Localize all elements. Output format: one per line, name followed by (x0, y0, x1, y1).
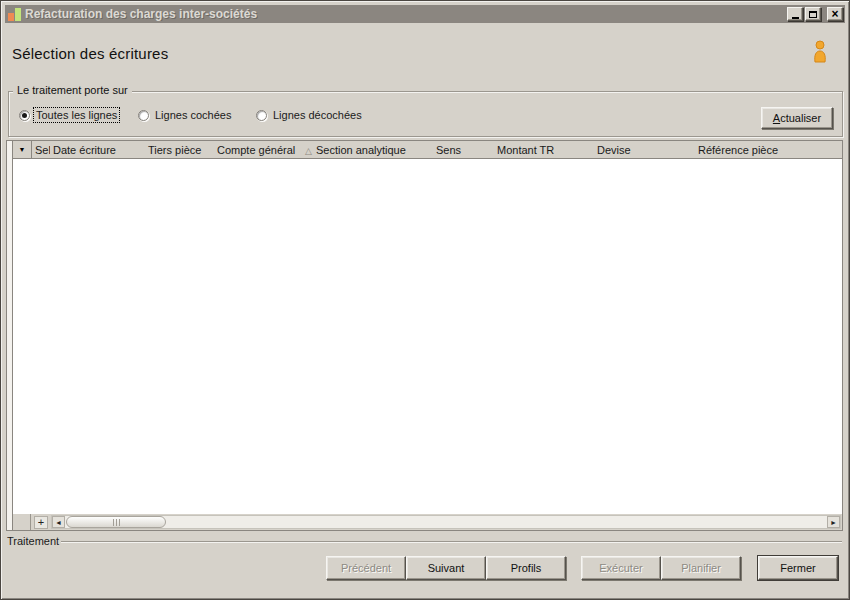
minimize-icon (792, 17, 799, 19)
app-icon-orange-bar (8, 13, 14, 21)
titlebar: Refacturation des charges inter-sociétés… (5, 5, 845, 23)
column-header-reference-piece[interactable]: Référence pièce (695, 144, 842, 156)
minimize-button[interactable] (787, 7, 803, 21)
page-title: Sélection des écritures (12, 45, 168, 62)
column-header-sens[interactable]: Sens (433, 144, 494, 156)
window-title: Refacturation des charges inter-sociétés (25, 7, 787, 21)
column-header-tiers-piece[interactable]: Tiers pièce (145, 144, 214, 156)
scrollbar-thumb[interactable] (66, 516, 166, 528)
app-bar-chart-icon (8, 8, 21, 21)
grid-header: ▼ Sel Date écriture Tiers pièce Compte g… (13, 141, 842, 159)
sort-ascending-icon: △ (305, 146, 312, 156)
radio-lignes-cochees[interactable]: Lignes cochées (138, 108, 233, 122)
radio-checked-icon[interactable] (19, 110, 30, 121)
radio-toutes-les-lignes[interactable]: Toutes les lignes (19, 108, 119, 122)
filter-group-label: Le traitement porte sur (13, 84, 132, 96)
grid-filter-dropdown-icon[interactable]: ▼ (13, 141, 32, 158)
grid-scroll-row: + ◄ ► (13, 514, 842, 530)
status-group-label: Traitement (7, 535, 61, 547)
column-header-sel[interactable]: Sel (32, 144, 50, 156)
scroll-left-icon[interactable]: ◄ (52, 516, 65, 528)
close-dialog-button[interactable]: Fermer (758, 556, 838, 580)
radio-unchecked-icon[interactable] (138, 110, 149, 121)
previous-button[interactable]: Précédent (326, 556, 406, 580)
status-group: Traitement (7, 535, 842, 547)
dialog-content: Sélection des écritures Le traitement po… (5, 23, 845, 595)
user-icon[interactable] (811, 40, 829, 63)
dialog-window: Refacturation des charges inter-sociétés… (0, 0, 850, 600)
grid-body-empty[interactable] (13, 159, 842, 514)
status-group-divider (61, 541, 842, 543)
column-header-section-analytique[interactable]: △Section analytique (302, 144, 433, 156)
next-button[interactable]: Suivant (406, 556, 486, 580)
execute-button[interactable]: Exécuter (581, 556, 661, 580)
horizontal-scrollbar[interactable]: ◄ ► (51, 515, 841, 529)
column-header-date-ecriture[interactable]: Date écriture (50, 144, 145, 156)
maximize-icon (809, 11, 817, 18)
radio-label[interactable]: Lignes cochées (153, 108, 233, 122)
radio-lignes-decochees[interactable]: Lignes décochées (256, 108, 364, 122)
profiles-button[interactable]: Profils (486, 556, 566, 580)
radio-label[interactable]: Toutes les lignes (34, 108, 119, 122)
add-row-button[interactable]: + (34, 516, 48, 529)
grid-corner-spacer (13, 514, 31, 530)
column-header-compte-general[interactable]: Compte général (214, 144, 302, 156)
close-button[interactable]: × (827, 7, 843, 21)
column-header-montant-tr[interactable]: Montant TR (494, 144, 594, 156)
app-icon-green-bar (15, 8, 21, 21)
radio-unchecked-icon[interactable] (256, 110, 267, 121)
footer-button-bar: Précédent Suivant Profils Exécuter Plani… (5, 556, 845, 582)
filter-groupbox: Le traitement porte sur Toutes les ligne… (8, 91, 843, 137)
maximize-button[interactable] (805, 7, 821, 21)
entries-grid: ▼ Sel Date écriture Tiers pièce Compte g… (6, 140, 843, 531)
scroll-right-icon[interactable]: ► (827, 516, 840, 528)
column-header-devise[interactable]: Devise (594, 144, 695, 156)
refresh-button[interactable]: Actualiser (761, 107, 833, 129)
schedule-button[interactable]: Planifier (661, 556, 741, 580)
radio-label[interactable]: Lignes décochées (271, 108, 364, 122)
